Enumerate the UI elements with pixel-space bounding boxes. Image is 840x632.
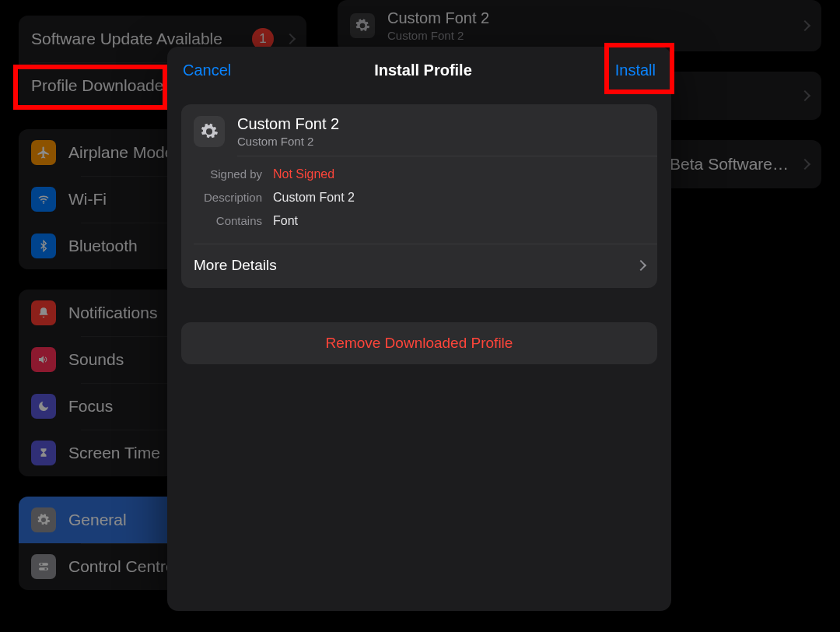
profile-card: Custom Font 2 Custom Font 2 Signed by No… bbox=[181, 104, 657, 288]
install-button[interactable]: Install bbox=[615, 61, 656, 79]
chevron-right-icon bbox=[800, 159, 810, 170]
bluetooth-icon bbox=[31, 233, 56, 258]
chevron-right-icon bbox=[285, 33, 296, 44]
meta-value-description: Custom Font 2 bbox=[273, 191, 355, 205]
install-profile-sheet: Cancel Install Profile Install Custom Fo… bbox=[167, 47, 671, 611]
profile-list-group: Custom Font 2 Custom Font 2 bbox=[338, 0, 821, 51]
chevron-right-icon bbox=[800, 90, 810, 101]
hourglass-icon bbox=[31, 441, 56, 465]
speaker-icon bbox=[31, 347, 56, 372]
profile-subtitle: Custom Font 2 bbox=[237, 135, 339, 148]
svg-rect-1 bbox=[39, 563, 48, 565]
remove-profile-button[interactable]: Remove Downloaded Profile bbox=[181, 322, 657, 364]
sidebar-item-label: Software Update Available bbox=[31, 30, 240, 48]
airplane-icon bbox=[31, 140, 56, 165]
svg-point-3 bbox=[40, 564, 43, 566]
gear-icon bbox=[350, 13, 375, 38]
bell-icon bbox=[31, 300, 56, 325]
meta-value-signed: Not Signed bbox=[273, 167, 334, 181]
svg-rect-2 bbox=[39, 567, 48, 570]
toggles-icon bbox=[31, 554, 56, 579]
cancel-button[interactable]: Cancel bbox=[183, 61, 231, 79]
gear-icon bbox=[194, 116, 225, 147]
svg-point-0 bbox=[43, 203, 44, 205]
sheet-title: Install Profile bbox=[374, 61, 472, 79]
meta-signed-by: Signed by Not Signed bbox=[194, 163, 645, 186]
meta-key: Signed by bbox=[194, 167, 262, 181]
meta-description: Description Custom Font 2 bbox=[194, 186, 645, 209]
moon-icon bbox=[31, 394, 56, 419]
meta-key: Contains bbox=[194, 214, 262, 227]
profile-title: Custom Font 2 bbox=[387, 9, 789, 27]
meta-key: Description bbox=[194, 191, 262, 204]
profile-card-header: Custom Font 2 Custom Font 2 bbox=[181, 104, 657, 156]
profile-row-custom-font[interactable]: Custom Font 2 Custom Font 2 bbox=[338, 0, 821, 51]
svg-point-4 bbox=[44, 568, 47, 571]
more-details-row[interactable]: More Details bbox=[181, 244, 657, 288]
sheet-body: Custom Font 2 Custom Font 2 Signed by No… bbox=[167, 93, 671, 375]
profile-meta: Signed by Not Signed Description Custom … bbox=[181, 156, 657, 237]
chevron-right-icon bbox=[635, 260, 646, 271]
sheet-header: Cancel Install Profile Install bbox=[167, 47, 671, 93]
profile-title: Custom Font 2 bbox=[237, 115, 339, 133]
profile-subtitle: Custom Font 2 bbox=[387, 29, 789, 42]
wifi-icon bbox=[31, 187, 56, 212]
meta-contains: Contains Font bbox=[194, 209, 645, 233]
gear-icon bbox=[31, 507, 56, 532]
remove-profile-label: Remove Downloaded Profile bbox=[326, 335, 513, 351]
chevron-right-icon bbox=[800, 20, 810, 31]
meta-value-contains: Font bbox=[273, 214, 298, 228]
more-details-label: More Details bbox=[194, 257, 277, 274]
